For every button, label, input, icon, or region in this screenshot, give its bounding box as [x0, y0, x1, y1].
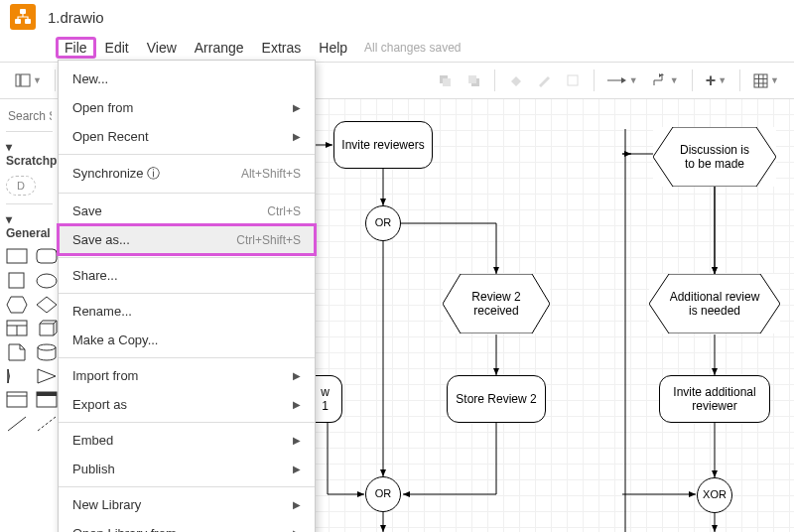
submenu-arrow-icon: ▶	[293, 102, 301, 113]
svg-rect-27	[37, 392, 57, 396]
node-discussion[interactable]: Discussion is to be made	[653, 127, 776, 187]
node-or-2[interactable]: OR	[365, 476, 401, 512]
menu-item-save[interactable]: SaveCtrl+S	[59, 197, 315, 225]
menu-item-rename[interactable]: Rename...	[59, 297, 315, 326]
menu-item-import-from[interactable]: Import from▶	[59, 361, 315, 390]
fill-color-button[interactable]	[503, 70, 528, 91]
table-button[interactable]: ▼	[748, 70, 784, 91]
to-back-button[interactable]	[462, 70, 486, 91]
connection-button[interactable]: ▼	[602, 71, 643, 89]
submenu-arrow-icon: ▶	[293, 370, 301, 381]
save-status: All changes saved	[364, 41, 461, 55]
menu-item-label: Open from	[72, 100, 133, 115]
shape-line[interactable]	[6, 415, 28, 433]
menu-item-label: Open Library from	[72, 526, 177, 532]
menu-edit[interactable]: Edit	[96, 37, 138, 59]
svg-rect-8	[468, 75, 476, 83]
node-xor[interactable]: XOR	[697, 477, 732, 513]
svg-line-29	[38, 417, 56, 431]
to-front-button[interactable]	[433, 70, 458, 91]
scratchpad-section[interactable]: ▾ Scratchp	[6, 131, 53, 172]
menu-item-label: New...	[72, 71, 108, 86]
file-menu-dropdown: New...Open from▶Open Recent▶Synchronize …	[58, 60, 316, 532]
menu-item-label: Synchronize ⓘ	[72, 165, 160, 183]
shape-halfcircle[interactable]	[6, 367, 28, 385]
submenu-arrow-icon: ▶	[293, 131, 301, 142]
general-section[interactable]: ▾ General	[6, 203, 53, 244]
drop-target[interactable]: D	[6, 176, 36, 196]
menu-item-label: Save	[72, 203, 102, 218]
menu-help[interactable]: Help	[310, 37, 356, 59]
menu-item-new-library[interactable]: New Library▶	[59, 490, 315, 519]
shape-cube[interactable]	[36, 320, 58, 337]
svg-rect-6	[443, 78, 451, 86]
shape-table1[interactable]	[6, 320, 28, 337]
menu-item-shortcut: Ctrl+S	[267, 204, 301, 218]
shape-page[interactable]	[6, 343, 28, 361]
svg-rect-24	[7, 392, 27, 407]
node-invite-additional[interactable]: Invite additional reviewer	[659, 375, 770, 423]
shape-rect[interactable]	[6, 248, 28, 266]
shape-diamond[interactable]	[36, 296, 58, 314]
node-additional-review[interactable]: Additional review is needed	[649, 274, 780, 333]
shape-titled[interactable]	[6, 391, 28, 409]
menu-item-open-library-from[interactable]: Open Library from▶	[59, 519, 315, 532]
submenu-arrow-icon: ▶	[293, 499, 301, 510]
menu-item-open-from[interactable]: Open from▶	[59, 93, 315, 122]
view-mode-button[interactable]: ▼	[10, 69, 47, 91]
scratchpad-label: Scratchp	[6, 154, 57, 168]
shape-dashline[interactable]	[36, 415, 58, 433]
search-input[interactable]	[6, 105, 54, 127]
menu-item-label: Publish	[72, 462, 115, 476]
left-panel: ▾ Scratchp D ▾ General	[0, 99, 60, 532]
menu-item-save-as[interactable]: Save as...Ctrl+Shift+S	[59, 225, 315, 254]
submenu-arrow-icon: ▶	[293, 464, 301, 474]
node-or-1[interactable]: OR	[365, 205, 401, 241]
menu-item-shortcut: Alt+Shift+S	[241, 167, 301, 181]
menu-separator	[59, 293, 315, 294]
svg-rect-3	[16, 74, 20, 86]
menu-item-label: Open Recent	[72, 129, 149, 144]
title-bar: 1.drawio	[0, 0, 794, 34]
shape-frame[interactable]	[36, 391, 58, 409]
menu-arrange[interactable]: Arrange	[186, 37, 253, 59]
menu-item-label: Rename...	[72, 304, 132, 319]
submenu-arrow-icon: ▶	[293, 528, 301, 532]
node-review2-received[interactable]: Review 2 received	[443, 274, 550, 333]
shape-hexagon[interactable]	[6, 296, 28, 314]
node-store-review-2[interactable]: Store Review 2	[447, 375, 546, 423]
menu-file[interactable]: File	[56, 37, 96, 59]
svg-point-23	[38, 344, 56, 350]
shape-ellipse[interactable]	[36, 272, 58, 290]
line-color-button[interactable]	[532, 70, 557, 91]
svg-line-28	[8, 417, 26, 431]
insert-button[interactable]: +▼	[701, 67, 731, 94]
document-title: 1.drawio	[48, 9, 104, 26]
shape-roundrect[interactable]	[36, 248, 58, 266]
menu-item-publish[interactable]: Publish▶	[59, 455, 315, 483]
shape-square[interactable]	[6, 272, 28, 290]
waypoints-button[interactable]: ▼	[647, 70, 684, 90]
svg-rect-4	[21, 74, 30, 86]
shape-triangle[interactable]	[36, 367, 58, 385]
menu-item-new[interactable]: New...	[59, 65, 315, 93]
menu-separator	[59, 486, 315, 487]
submenu-arrow-icon: ▶	[293, 435, 301, 446]
menu-item-make-a-copy[interactable]: Make a Copy...	[59, 326, 315, 354]
shadow-button[interactable]	[561, 70, 586, 91]
menu-item-export-as[interactable]: Export as▶	[59, 390, 315, 419]
menu-item-embed[interactable]: Embed▶	[59, 426, 315, 455]
menu-item-label: Share...	[72, 268, 118, 283]
menu-item-synchronize[interactable]: Synchronize ⓘAlt+Shift+S	[59, 158, 315, 190]
menu-separator	[59, 257, 315, 258]
shape-cylinder[interactable]	[36, 343, 58, 361]
menu-item-label: New Library	[72, 497, 141, 512]
menu-extras[interactable]: Extras	[253, 37, 311, 59]
node-w1[interactable]: w 1	[313, 375, 342, 423]
menu-view[interactable]: View	[138, 37, 186, 59]
menu-item-shortcut: Ctrl+Shift+S	[236, 233, 301, 247]
menu-item-label: Import from	[72, 368, 138, 383]
menu-item-open-recent[interactable]: Open Recent▶	[59, 122, 315, 151]
menu-item-share[interactable]: Share...	[59, 261, 315, 290]
node-invite-reviewers[interactable]: Invite reviewers	[333, 121, 433, 169]
